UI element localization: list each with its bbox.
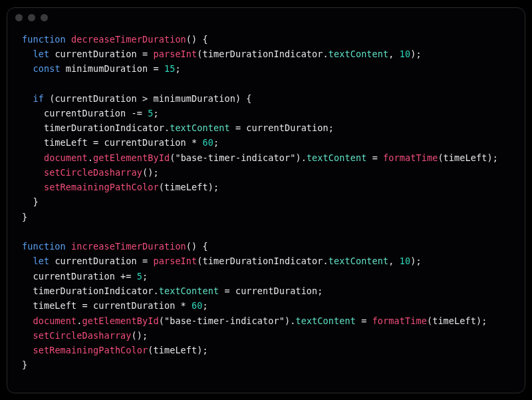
code-token: document — [44, 152, 88, 163]
code-token: (); — [142, 167, 159, 178]
traffic-light-close-icon[interactable] — [15, 14, 23, 21]
code-token — [22, 330, 33, 341]
code-token: ); — [410, 256, 421, 266]
code-token: document — [33, 315, 76, 326]
code-token: setCircleDasharray — [33, 330, 131, 341]
code-token: } — [22, 196, 39, 207]
code-token — [66, 241, 71, 252]
code-editor[interactable]: function decreaseTimerDuration() { let c… — [7, 28, 525, 383]
code-token — [22, 93, 33, 104]
code-token — [22, 315, 33, 326]
code-token: currentDuration -= — [22, 108, 148, 118]
code-token: formatTime — [372, 315, 427, 326]
code-token: ; — [142, 271, 148, 282]
code-token: = currentDuration; — [230, 122, 334, 133]
code-token: } — [22, 212, 27, 222]
code-token: timeLeft = currentDuration * — [22, 137, 203, 148]
code-token: textContent — [329, 256, 389, 266]
code-token: textContent — [307, 152, 367, 163]
code-token — [22, 63, 33, 74]
code-token: "base-timer-indicator" — [175, 152, 295, 163]
code-token: parseInt — [153, 256, 197, 266]
code-token: formatTime — [383, 152, 438, 163]
code-token: parseInt — [153, 49, 197, 59]
code-token: textContent — [170, 122, 230, 133]
code-token: ; — [175, 63, 180, 74]
code-token: timeLeft = currentDuration * — [22, 300, 192, 311]
code-token: function — [22, 241, 66, 252]
code-token: currentDuration = — [49, 256, 153, 266]
code-token: decreaseTimerDuration — [71, 34, 186, 45]
code-token: (timeLeft); — [159, 182, 219, 192]
code-token: 10 — [400, 256, 410, 266]
code-token: timerDurationIndicator. — [22, 286, 159, 296]
code-token: = — [366, 152, 383, 163]
code-token: 60 — [192, 300, 202, 311]
code-token: ). — [295, 152, 306, 163]
traffic-light-minimize-icon[interactable] — [28, 14, 35, 21]
code-token: ; — [203, 300, 208, 311]
code-token — [22, 152, 44, 163]
code-token: 15 — [164, 63, 175, 74]
code-token — [66, 34, 71, 45]
traffic-light-zoom-icon[interactable] — [41, 14, 48, 21]
code-token: if — [33, 93, 43, 104]
code-token: (currentDuration > minimumDuration) { — [44, 93, 252, 104]
code-token: let — [33, 49, 49, 59]
code-token: (timeLeft); — [148, 345, 208, 355]
code-token: textContent — [329, 49, 389, 59]
code-token: setRemainingPathColor — [33, 345, 148, 355]
code-token: setCircleDasharray — [44, 167, 142, 178]
code-token — [22, 167, 44, 178]
code-token: let — [33, 256, 49, 266]
code-token: (timeLeft); — [427, 315, 487, 326]
code-token — [22, 182, 44, 192]
code-token: getElementById — [82, 315, 159, 326]
code-token: ( — [159, 315, 164, 326]
code-token: textContent — [159, 286, 219, 296]
code-token: , — [388, 256, 399, 266]
code-token: currentDuration += — [22, 271, 137, 282]
code-token — [22, 256, 33, 266]
code-token: () { — [186, 34, 208, 45]
code-window: function decreaseTimerDuration() { let c… — [7, 7, 525, 393]
code-token: ; — [213, 137, 219, 148]
code-token: ). — [285, 315, 295, 326]
code-token: (timerDurationIndicator. — [197, 49, 328, 59]
code-token: "base-timer-indicator" — [164, 315, 285, 326]
code-token: (); — [132, 330, 148, 341]
code-token: getElementById — [93, 152, 170, 163]
code-token: 60 — [203, 137, 213, 148]
code-token: (timerDurationIndicator. — [197, 256, 328, 266]
code-token: . — [88, 152, 93, 163]
code-token: setRemainingPathColor — [44, 182, 159, 192]
code-token: textContent — [295, 315, 356, 326]
code-token: increaseTimerDuration — [71, 241, 186, 252]
code-token: currentDuration = — [49, 49, 153, 59]
code-token: = currentDuration; — [219, 286, 323, 296]
code-token: , — [388, 49, 399, 59]
code-token: ); — [410, 49, 421, 59]
code-token: 10 — [400, 49, 410, 59]
code-token: . — [76, 315, 82, 326]
code-token: ; — [153, 108, 158, 118]
code-token: (timeLeft); — [438, 152, 498, 163]
code-token: 5 — [137, 271, 142, 282]
code-token — [22, 345, 33, 355]
titlebar — [7, 8, 525, 28]
code-token — [22, 49, 33, 59]
code-token: const — [33, 63, 60, 74]
code-token: timerDurationIndicator. — [22, 122, 170, 133]
code-token: function — [22, 34, 66, 45]
code-token: } — [22, 359, 27, 370]
code-token: () { — [186, 241, 208, 252]
code-token: minimumDuration = — [61, 63, 164, 74]
code-token: = — [356, 315, 372, 326]
